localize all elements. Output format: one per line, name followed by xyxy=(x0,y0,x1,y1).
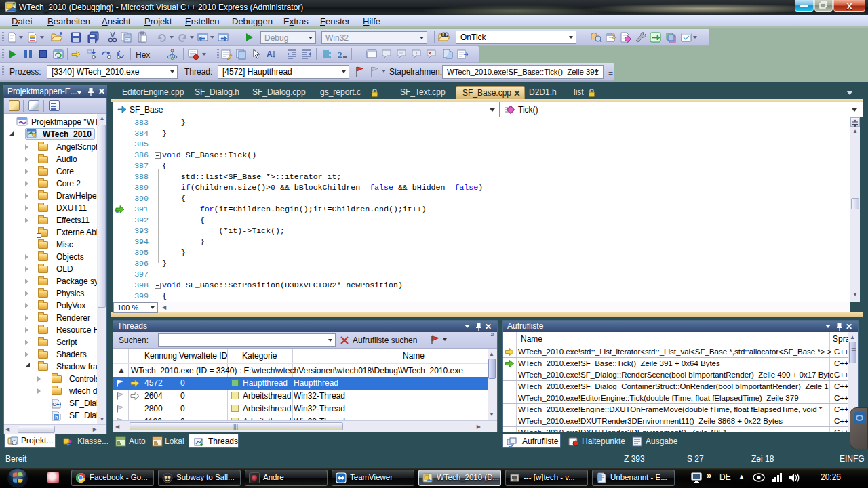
svg-text:2: 2 xyxy=(338,49,342,60)
svg-text:h: h xyxy=(55,414,58,420)
svg-text:C++: C++ xyxy=(52,401,61,407)
svg-text:A: A xyxy=(267,49,273,59)
